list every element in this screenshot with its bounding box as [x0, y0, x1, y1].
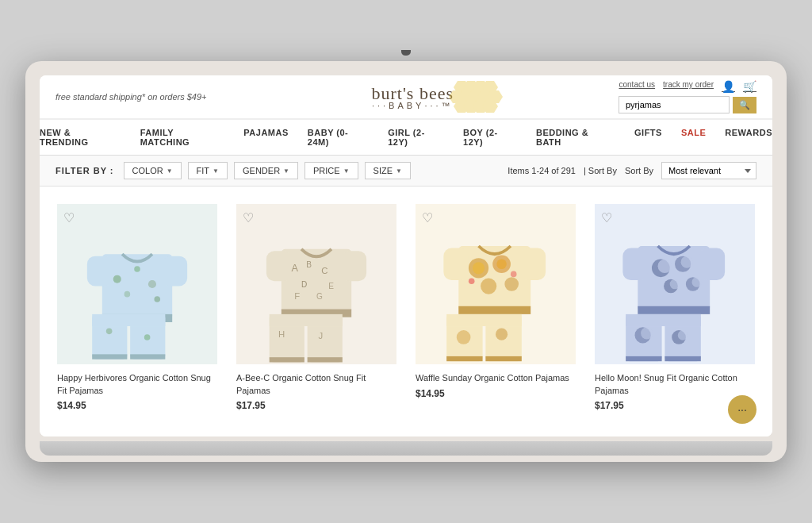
nav-baby[interactable]: BABY (0-24M): [308, 128, 369, 147]
nav-pajamas[interactable]: PAJAMAS: [243, 128, 288, 147]
svg-rect-13: [102, 254, 172, 319]
main-nav: NEW & TRENDING FAMILY MATCHING PAJAMAS B…: [40, 119, 772, 156]
size-filter[interactable]: SIZE ▼: [365, 162, 411, 179]
svg-point-86: [678, 330, 688, 340]
svg-text:F: F: [294, 291, 300, 301]
sort-separator: Sort By: [625, 166, 653, 175]
svg-point-21: [154, 296, 160, 302]
product-card-1: ♡: [48, 194, 227, 421]
product-image-1: ♡: [57, 204, 217, 364]
svg-point-55: [481, 279, 496, 294]
track-link[interactable]: track my order: [663, 80, 714, 93]
svg-rect-80: [626, 314, 701, 326]
svg-point-28: [144, 334, 151, 340]
fit-chevron-icon: ▼: [213, 167, 219, 175]
color-filter[interactable]: COLOR ▼: [124, 162, 182, 179]
product-price-1: $14.95: [57, 400, 217, 411]
search-button[interactable]: 🔍: [733, 97, 756, 113]
svg-text:H: H: [278, 329, 285, 339]
cart-icon[interactable]: 🛒: [743, 80, 756, 93]
nav-girl[interactable]: GIRL (2-12Y): [388, 128, 444, 147]
svg-rect-15: [163, 256, 188, 286]
product-card-2: ♡ A B C D: [227, 194, 406, 421]
nav-new-trending[interactable]: NEW & TRENDING: [40, 128, 121, 147]
svg-rect-26: [130, 354, 165, 359]
svg-point-71: [658, 260, 672, 274]
svg-point-57: [469, 279, 475, 285]
sort-select[interactable]: Most relevant Price: Low to High Price: …: [661, 162, 756, 179]
filter-bar: FILTER BY : COLOR ▼ FIT ▼ GENDER ▼ PRICE…: [40, 156, 772, 187]
svg-point-56: [504, 277, 519, 291]
product-title-2: A-Bee-C Organic Cotton Snug Fit Pajamas: [236, 372, 396, 397]
user-icon[interactable]: 👤: [722, 80, 735, 93]
filter-label: FILTER BY :: [56, 166, 114, 175]
svg-text:E: E: [328, 282, 334, 290]
svg-rect-44: [308, 357, 343, 362]
filter-right: Items 1-24 of 291 | Sort By Sort By Most…: [508, 162, 756, 179]
products-grid: ♡: [40, 187, 772, 436]
product-image-2: ♡ A B C D: [236, 204, 396, 364]
svg-rect-62: [446, 356, 482, 361]
svg-point-58: [511, 271, 517, 278]
logo-sub: ···BABY···™: [371, 101, 454, 110]
search-input[interactable]: [619, 96, 730, 113]
svg-point-84: [641, 327, 653, 339]
gender-chevron-icon: ▼: [283, 167, 289, 175]
svg-rect-43: [270, 357, 304, 362]
svg-text:A: A: [291, 263, 298, 274]
price-filter[interactable]: PRICE ▼: [304, 162, 358, 179]
svg-point-75: [670, 279, 680, 290]
svg-rect-63: [485, 356, 521, 361]
product-title-3: Waffle Sunday Organic Cotton Pajamas: [416, 372, 576, 384]
svg-rect-30: [266, 251, 292, 281]
fit-filter[interactable]: FIT ▼: [188, 162, 228, 179]
svg-point-65: [496, 329, 508, 340]
product-svg-3: [416, 204, 576, 364]
svg-point-73: [681, 256, 693, 268]
laptop-frame: free standard shipping* on orders $49+: [25, 61, 787, 462]
wishlist-icon-1[interactable]: ♡: [63, 210, 75, 225]
svg-rect-69: [638, 306, 710, 314]
chat-icon: ···: [737, 403, 747, 416]
gender-filter[interactable]: GENDER ▼: [234, 162, 298, 179]
svg-rect-31: [342, 251, 367, 281]
top-right: contact us track my order 👤 🛒 🔍: [619, 80, 756, 113]
svg-rect-24: [92, 314, 165, 326]
svg-point-52: [473, 262, 485, 274]
nav-sale[interactable]: SALE: [681, 128, 706, 147]
nav-rewards[interactable]: REWARDS: [725, 128, 772, 147]
search-row: 🔍: [619, 96, 756, 113]
svg-point-64: [457, 330, 471, 344]
wishlist-icon-2[interactable]: ♡: [243, 210, 254, 225]
filter-left: FILTER BY : COLOR ▼ FIT ▼ GENDER ▼ PRICE…: [56, 162, 411, 179]
nav-family-matching[interactable]: FAMILY MATCHING: [140, 128, 225, 147]
svg-text:J: J: [319, 332, 324, 341]
product-price-2: $17.95: [236, 400, 396, 411]
wishlist-icon-3[interactable]: ♡: [422, 210, 433, 225]
color-chevron-icon: ▼: [167, 167, 173, 175]
product-title-1: Happy Herbivores Organic Cotton Snug Fit…: [57, 372, 217, 397]
sort-label: | Sort By: [584, 166, 617, 175]
svg-point-18: [134, 266, 140, 272]
items-count: Items 1-24 of 291: [508, 166, 576, 175]
svg-rect-50: [458, 306, 530, 314]
honeycomb-decoration: [446, 79, 509, 127]
svg-point-20: [124, 291, 131, 298]
nav-boy[interactable]: BOY (2-12Y): [463, 128, 517, 147]
camera-notch: [401, 50, 411, 56]
contact-link[interactable]: contact us: [619, 80, 656, 93]
top-links: contact us track my order 👤 🛒: [619, 80, 757, 93]
svg-text:B: B: [306, 260, 312, 269]
nav-bedding[interactable]: BEDDING & BATH: [536, 128, 615, 147]
svg-rect-29: [282, 249, 351, 314]
svg-point-54: [496, 260, 507, 270]
wishlist-icon-4[interactable]: ♡: [601, 210, 612, 225]
svg-rect-49: [521, 248, 546, 280]
nav-gifts[interactable]: GIFTS: [634, 128, 662, 147]
chat-bubble[interactable]: ···: [728, 395, 756, 424]
svg-rect-61: [446, 314, 522, 326]
svg-rect-48: [443, 248, 469, 280]
svg-rect-14: [87, 256, 113, 286]
svg-point-19: [148, 280, 156, 288]
top-bar: free standard shipping* on orders $49+: [40, 75, 772, 119]
